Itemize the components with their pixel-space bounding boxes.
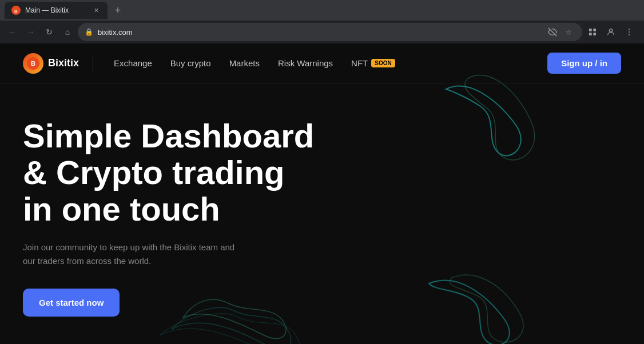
browser-toolbar: ← → ↻ ⌂ 🔒 bixitix.com ☆ [0,21,644,43]
hero-section: Simple Dashboard & Crypto trading in one… [0,83,644,339]
hero-subtext: Join our community to keep up with the B… [23,241,240,268]
svg-point-8 [629,29,630,30]
active-tab[interactable]: B Main — Bixitix ✕ [5,2,108,19]
menu-button[interactable] [621,24,637,40]
nav-buy-crypto[interactable]: Buy crypto [164,54,218,73]
logo-area: B Bixitix [23,53,79,74]
lock-icon: 🔒 [85,28,93,36]
hero-heading: Simple Dashboard & Crypto trading in one… [23,118,320,227]
svg-rect-6 [593,33,596,35]
tab-title: Main — Bixitix [25,6,87,14]
address-text: bixitix.com [98,28,541,37]
browser-right-controls [585,24,639,40]
address-actions: ☆ [546,25,575,39]
new-tab-button[interactable]: + [110,2,126,18]
svg-point-7 [609,29,612,32]
forward-button[interactable]: → [23,24,39,40]
logo-icon: B [23,53,43,74]
svg-rect-4 [593,29,596,31]
logo-text: Bixitix [48,57,79,69]
home-button[interactable]: ⌂ [59,24,75,40]
nav-markets[interactable]: Markets [222,54,267,73]
nav-divider [93,55,93,72]
svg-text:B: B [14,9,18,14]
nav-exchange[interactable]: Exchange [107,54,159,73]
tab-favicon: B [11,6,21,15]
eye-off-icon[interactable] [546,25,559,39]
navbar: B Bixitix Exchange Buy crypto Markets Ri… [0,43,644,83]
svg-point-10 [629,34,630,35]
address-bar[interactable]: 🔒 bixitix.com ☆ [78,23,582,41]
svg-point-9 [629,31,630,33]
tab-close-icon[interactable]: ✕ [92,6,101,15]
profile-button[interactable] [603,24,619,40]
svg-text:B: B [31,60,35,67]
website-content: B Bixitix Exchange Buy crypto Markets Ri… [0,43,644,344]
nav-cta: Sign up / in [547,53,621,74]
svg-rect-3 [589,29,592,31]
get-started-button[interactable]: Get started now [23,289,120,317]
svg-rect-5 [589,33,592,35]
tab-bar: B Main — Bixitix ✕ + [0,0,644,21]
back-button[interactable]: ← [5,24,21,40]
nav-risk-warnings[interactable]: Risk Warnings [271,54,340,73]
bookmark-icon[interactable]: ☆ [562,25,575,39]
reload-button[interactable]: ↻ [41,24,57,40]
browser-chrome: B Main — Bixitix ✕ + ← → ↻ ⌂ 🔒 bixitix.c… [0,0,644,43]
nft-badge: Soon [371,59,395,67]
nav-links: Exchange Buy crypto Markets Risk Warning… [107,54,547,73]
extensions-button[interactable] [585,24,601,40]
nav-nft[interactable]: NFT Soon [344,54,402,73]
sign-up-button[interactable]: Sign up / in [547,53,621,74]
